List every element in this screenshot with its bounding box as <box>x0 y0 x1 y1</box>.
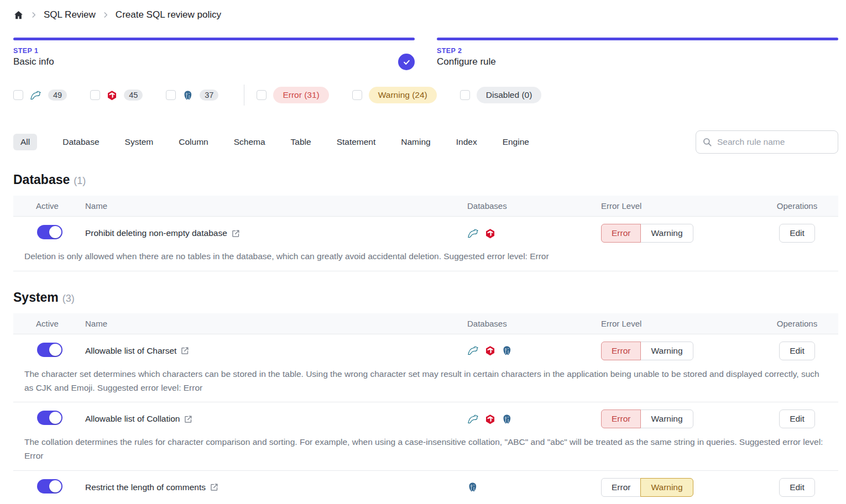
postgres-icon <box>182 90 193 101</box>
rule-section-system: System(3)ActiveNameDatabasesError LevelO… <box>13 290 838 504</box>
error-level-cell: ErrorWarning <box>601 224 756 243</box>
tidb-icon <box>107 90 117 101</box>
rule-active-toggle[interactable] <box>37 225 62 239</box>
tab-column[interactable]: Column <box>179 134 208 150</box>
section-rule-count: (3) <box>62 293 75 305</box>
error-level-button[interactable]: Error <box>601 224 641 243</box>
table-row: Restrict the length of commentsErrorWarn… <box>13 471 838 504</box>
external-link-icon[interactable] <box>232 229 240 238</box>
level-filter-pill-warning[interactable]: Warning (24) <box>369 87 437 103</box>
rule-block: Restrict the length of commentsErrorWarn… <box>13 471 838 504</box>
tab-database[interactable]: Database <box>62 134 99 150</box>
section-title: System(3) <box>13 290 838 305</box>
error-level-group: ErrorWarning <box>601 224 693 243</box>
tab-table[interactable]: Table <box>291 134 311 150</box>
rule-active-toggle[interactable] <box>37 343 62 357</box>
filter-divider <box>244 85 244 106</box>
column-header-databases: Databases <box>467 201 601 211</box>
rule-block: Prohibit deleting non-empty databaseErro… <box>13 217 838 271</box>
chevron-right-icon <box>102 11 109 19</box>
postgres-icon <box>502 414 512 424</box>
rule-block: Allowable list of CharsetErrorWarningEdi… <box>13 334 838 403</box>
error-level-button[interactable]: Error <box>601 410 641 428</box>
engine-filter-checkbox[interactable] <box>90 90 100 100</box>
engine-filter-checkbox[interactable] <box>13 90 23 100</box>
external-link-icon[interactable] <box>181 347 189 355</box>
sql-review-page: SQL Review Create SQL review policy STEP… <box>0 0 846 504</box>
column-header-operations: Operations <box>756 201 838 211</box>
level-filter: Warning (24) <box>352 87 437 103</box>
active-cell <box>13 411 85 427</box>
tab-naming[interactable]: Naming <box>401 134 430 150</box>
rule-count-badge: 49 <box>48 90 67 101</box>
error-level-button[interactable]: Error <box>601 342 641 360</box>
column-header-active: Active <box>13 319 85 328</box>
rule-section-database: Database(1)ActiveNameDatabasesError Leve… <box>13 172 838 271</box>
section-title: Database(1) <box>13 172 838 187</box>
databases-cell <box>467 345 601 356</box>
tidb-icon <box>485 228 495 239</box>
step-1: STEP 1 Basic info <box>13 38 415 67</box>
search-input[interactable] <box>696 130 838 154</box>
column-header-error-level: Error Level <box>601 319 756 328</box>
engine-filter: 49 <box>13 90 67 101</box>
section-title-text: Database <box>13 172 70 187</box>
tab-all[interactable]: All <box>13 134 37 150</box>
level-filter-pill-disabled[interactable]: Disabled (0) <box>477 87 542 103</box>
warning-level-button[interactable]: Warning <box>640 342 693 360</box>
external-link-icon[interactable] <box>184 415 192 423</box>
level-filter-checkbox[interactable] <box>257 90 267 100</box>
tab-statement[interactable]: Statement <box>337 134 376 150</box>
level-filter-pill-error[interactable]: Error (31) <box>273 87 328 103</box>
level-filter: Disabled (0) <box>460 87 542 103</box>
toggle-knob <box>49 344 61 356</box>
edit-button[interactable]: Edit <box>779 342 815 360</box>
edit-button[interactable]: Edit <box>779 224 815 243</box>
rule-active-toggle[interactable] <box>37 411 62 425</box>
level-filter-checkbox[interactable] <box>352 90 362 100</box>
operations-cell: Edit <box>756 224 838 243</box>
operations-cell: Edit <box>756 478 838 497</box>
step-2: STEP 2 Configure rule <box>437 38 838 67</box>
rule-table: ActiveNameDatabasesError LevelOperations… <box>13 313 838 504</box>
home-icon[interactable] <box>13 10 24 20</box>
level-filter: Error (31) <box>257 87 328 103</box>
tab-system[interactable]: System <box>125 134 154 150</box>
databases-cell <box>467 482 601 492</box>
external-link-icon[interactable] <box>210 483 218 491</box>
step-1-progress-bar <box>13 38 415 40</box>
breadcrumb-sql-review[interactable]: SQL Review <box>44 9 96 20</box>
edit-button[interactable]: Edit <box>779 478 815 497</box>
step-2-progress-bar <box>437 38 838 40</box>
toggle-knob <box>49 226 61 238</box>
step-indicator: STEP 1 Basic info STEP 2 Configure rule <box>13 38 838 67</box>
error-level-button[interactable]: Error <box>601 478 641 497</box>
search-box <box>696 130 838 154</box>
chevron-right-icon <box>30 11 38 19</box>
rule-description: Deletion is only allowed when there are … <box>13 250 838 271</box>
edit-button[interactable]: Edit <box>779 410 815 428</box>
warning-level-button[interactable]: Warning <box>640 410 693 428</box>
step-2-label: STEP 2 <box>437 47 838 55</box>
engine-filter-checkbox[interactable] <box>166 90 176 100</box>
rule-count-badge: 45 <box>124 90 143 101</box>
breadcrumb-current-page: Create SQL review policy <box>116 9 221 20</box>
name-cell: Allowable list of Collation <box>85 414 467 424</box>
tab-index[interactable]: Index <box>456 134 477 150</box>
table-header-row: ActiveNameDatabasesError LevelOperations <box>13 196 838 217</box>
column-header-operations: Operations <box>756 319 838 328</box>
tab-engine[interactable]: Engine <box>503 134 529 150</box>
level-filter-checkbox[interactable] <box>460 90 470 100</box>
rule-active-toggle[interactable] <box>37 479 62 494</box>
step-2-title: Configure rule <box>437 56 838 67</box>
tab-schema[interactable]: Schema <box>234 134 265 150</box>
warning-level-button[interactable]: Warning <box>640 224 693 243</box>
rule-description: The character set determines which chara… <box>13 368 838 402</box>
table-row: Allowable list of CollationErrorWarningE… <box>13 402 838 435</box>
rule-description: The collation determines the rules for c… <box>13 435 838 470</box>
postgres-icon <box>502 345 512 356</box>
error-level-group: ErrorWarning <box>601 342 693 360</box>
name-cell: Restrict the length of comments <box>85 482 467 492</box>
warning-level-button[interactable]: Warning <box>640 478 693 497</box>
engine-filter: 45 <box>90 90 143 101</box>
